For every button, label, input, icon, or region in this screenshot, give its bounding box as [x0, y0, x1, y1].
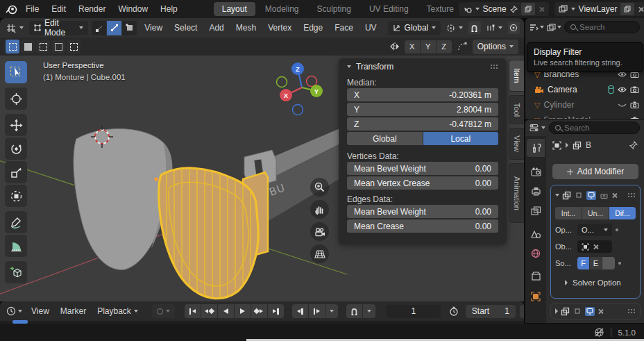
panel-collapse-icon[interactable] — [347, 65, 351, 68]
tab-tool-properties[interactable] — [527, 139, 545, 157]
scene-selector[interactable]: Scene — [459, 2, 549, 16]
mirror-icon[interactable] — [389, 42, 400, 51]
menu-render[interactable]: Render — [73, 4, 111, 14]
sidebar-tab-tool[interactable]: Tool — [509, 95, 524, 124]
snap-toggle-button[interactable] — [468, 22, 480, 34]
modifier-expand-icon[interactable] — [555, 194, 559, 197]
proportional-falloff-icon[interactable] — [457, 42, 467, 51]
space-global-button[interactable]: Global — [347, 132, 423, 145]
menu-file[interactable]: File — [20, 4, 44, 14]
menu-uv[interactable]: UV — [361, 23, 381, 33]
drag-handle-icon[interactable] — [490, 64, 498, 69]
operand-type-dropdown[interactable]: O... — [577, 224, 612, 236]
render-camera-icon[interactable] — [630, 86, 639, 93]
show-in-editmode-toggle[interactable] — [574, 191, 584, 200]
next-keyframe-button[interactable] — [251, 304, 267, 318]
mean-bevel-weight-e-field[interactable]: Mean Bevel Weight 0.00 — [347, 205, 498, 218]
animate-dot-icon[interactable] — [618, 262, 621, 265]
tab-output-properties[interactable] — [527, 182, 545, 200]
timeline-menu-playback[interactable]: Playback — [93, 306, 142, 316]
chevron-down-icon[interactable] — [166, 310, 170, 313]
operand-object-field[interactable] — [577, 240, 612, 253]
next-frame-button[interactable] — [309, 304, 325, 318]
show-in-viewport-toggle[interactable] — [585, 307, 595, 316]
timeline-editor-type-dropdown[interactable] — [4, 306, 24, 316]
sidebar-tab-animation[interactable]: Animation — [509, 163, 524, 223]
tab-sculpting[interactable]: Sculpting — [309, 2, 359, 16]
select-mode-set-button[interactable] — [6, 40, 19, 53]
select-mode-invert-button[interactable] — [51, 40, 65, 53]
tab-collection-properties[interactable] — [527, 267, 545, 285]
tool-select-box[interactable] — [5, 61, 27, 83]
gizmo-axis-neg-y[interactable] — [277, 77, 287, 88]
outliner-item-camera[interactable]: Camera — [525, 82, 644, 97]
tab-viewlayer-properties[interactable] — [527, 201, 545, 219]
add-modifier-button[interactable]: Add Modifier — [552, 164, 638, 179]
zoom-button[interactable] — [310, 178, 329, 197]
outliner-search-input[interactable] — [579, 23, 634, 31]
tool-rotate[interactable] — [5, 138, 27, 160]
left-lens-mesh[interactable] — [74, 128, 172, 269]
active-vertex-dot[interactable] — [154, 177, 158, 181]
mirror-z-button[interactable]: Z — [437, 40, 452, 53]
delete-modifier-icon[interactable] — [611, 192, 618, 199]
new-viewlayer-button[interactable] — [620, 3, 634, 15]
mean-bevel-weight-v-field[interactable]: Mean Bevel Weight 0.00 — [347, 162, 498, 175]
outliner-item-cylinder[interactable]: ▽ Cylinder — [525, 97, 644, 113]
perspective-toggle-button[interactable] — [310, 244, 329, 263]
play-button[interactable] — [235, 304, 251, 318]
select-mode-extend-button[interactable] — [21, 40, 35, 53]
pan-hand-button[interactable] — [310, 200, 329, 219]
tab-layout[interactable]: Layout — [214, 2, 255, 16]
collapsed-modifier-panel[interactable] — [550, 303, 641, 319]
3d-viewport[interactable]: YBU — [0, 56, 524, 301]
menu-view[interactable]: View — [140, 23, 167, 33]
menu-edge[interactable]: Edge — [299, 23, 327, 33]
filter-dropdown[interactable] — [529, 24, 544, 31]
render-camera-icon[interactable] — [630, 101, 639, 108]
menu-face[interactable]: Face — [330, 23, 357, 33]
menu-add[interactable]: Add — [205, 23, 228, 33]
modifier-expand-icon[interactable] — [555, 308, 558, 314]
jump-to-end-button[interactable] — [268, 304, 284, 318]
tool-annotate[interactable] — [5, 211, 27, 233]
prev-keyframe-button[interactable] — [201, 304, 217, 318]
tool-scale[interactable] — [5, 161, 27, 183]
solver-exact-button[interactable]: E — [590, 257, 602, 269]
frame-step-dropdown[interactable] — [325, 304, 338, 318]
properties-search-input[interactable] — [564, 124, 634, 132]
snap-settings-dropdown[interactable] — [363, 304, 375, 318]
menu-help[interactable]: Help — [155, 4, 183, 14]
breadcrumb-object-name[interactable]: B — [586, 140, 591, 150]
viewlayer-selector[interactable]: ViewLayer — [554, 2, 644, 16]
mean-vertex-crease-field[interactable]: Mean Vertex Crease 0.00 — [347, 176, 498, 190]
use-preview-range-button[interactable] — [449, 306, 459, 316]
gizmo-axis-neg-z[interactable] — [293, 105, 303, 115]
face-select-button[interactable] — [122, 21, 137, 35]
modifier-drag-handle[interactable] — [627, 308, 636, 314]
mirror-y-button[interactable]: Y — [421, 40, 436, 53]
visibility-eye-icon[interactable] — [618, 86, 627, 93]
sidebar-tab-view[interactable]: View — [509, 128, 524, 160]
modifier-drag-handle[interactable] — [627, 192, 636, 198]
proportional-editing-button[interactable] — [508, 22, 520, 34]
timeline-snap-button[interactable] — [346, 304, 362, 318]
menu-vertex[interactable]: Vertex — [264, 23, 296, 33]
show-in-viewport-toggle[interactable] — [586, 191, 596, 200]
tab-modeling[interactable]: Modeling — [257, 2, 307, 16]
tab-world-properties[interactable] — [527, 244, 545, 263]
median-y-field[interactable]: Y 2.8004 m — [347, 103, 498, 116]
delete-modifier-icon[interactable] — [598, 308, 604, 315]
jump-to-start-button[interactable] — [185, 304, 201, 318]
options-dropdown[interactable]: Options — [473, 40, 518, 54]
tool-measure[interactable] — [5, 235, 27, 257]
operation-union-button[interactable]: Un... — [582, 207, 609, 219]
end-frame-field[interactable]: End — [520, 305, 524, 318]
solver-extra-segment[interactable] — [602, 257, 615, 269]
menu-select[interactable]: Select — [170, 23, 201, 33]
sidebar-tab-item[interactable]: Item — [509, 60, 524, 92]
mirror-x-button[interactable]: X — [405, 40, 420, 53]
visibility-closed-eye-icon[interactable] — [618, 102, 627, 108]
remove-viewlayer-icon[interactable] — [638, 6, 644, 13]
tab-uv-editing[interactable]: UV Editing — [361, 2, 417, 16]
